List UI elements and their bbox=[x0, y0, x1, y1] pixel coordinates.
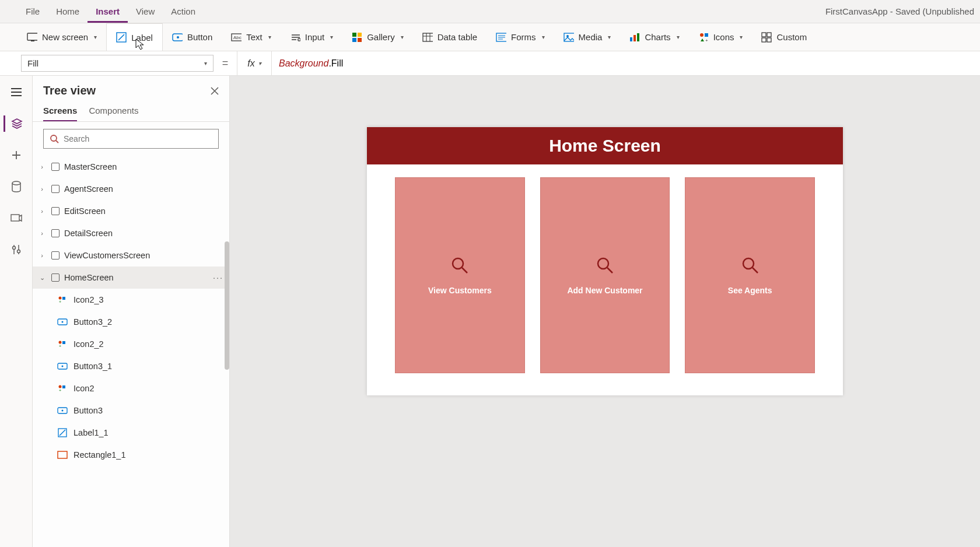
text-button[interactable]: Abc Text ▾ bbox=[222, 23, 281, 51]
text-icon: Abc bbox=[231, 32, 242, 43]
search-input[interactable] bbox=[64, 134, 212, 143]
icon-node-icon: + bbox=[57, 384, 68, 393]
scrollbar-thumb[interactable] bbox=[225, 241, 229, 370]
menu-insert[interactable]: Insert bbox=[88, 0, 128, 23]
tree-node-agentscreen[interactable]: ›AgentScreen bbox=[33, 178, 229, 200]
svg-rect-18 bbox=[637, 33, 639, 41]
tree-child-icon2_2[interactable]: +Icon2_2 bbox=[33, 333, 229, 355]
search-box[interactable] bbox=[43, 129, 219, 149]
tree-label: Label1_1 bbox=[74, 428, 108, 437]
svg-point-29 bbox=[17, 250, 20, 253]
icons-button[interactable]: + Icons ▾ bbox=[689, 23, 752, 51]
close-panel-button[interactable] bbox=[211, 87, 219, 95]
svg-rect-0 bbox=[27, 33, 37, 40]
tree-child-icon2_3[interactable]: +Icon2_3 bbox=[33, 289, 229, 311]
tree-label: Rectangle1_1 bbox=[74, 450, 126, 460]
property-selector[interactable]: Fill ▾ bbox=[21, 55, 214, 72]
new-screen-label: New screen bbox=[42, 32, 88, 42]
svg-rect-20 bbox=[705, 33, 708, 37]
svg-text:+: + bbox=[59, 300, 61, 304]
chevron-right-icon: › bbox=[37, 163, 47, 170]
gallery-label: Gallery bbox=[367, 32, 395, 42]
gallery-button[interactable]: Gallery ▾ bbox=[342, 23, 413, 51]
screen-icon bbox=[51, 185, 60, 193]
svg-point-49 bbox=[598, 258, 608, 269]
menu-action[interactable]: Action bbox=[163, 0, 204, 23]
tree-node-editscreen[interactable]: ›EditScreen bbox=[33, 200, 229, 222]
svg-text:+: + bbox=[705, 38, 708, 43]
card-add-customer[interactable]: Add New Customer bbox=[540, 177, 670, 373]
screen-icon bbox=[51, 163, 60, 171]
data-button[interactable] bbox=[5, 178, 28, 195]
tree-view-button[interactable] bbox=[4, 115, 27, 132]
tab-screens[interactable]: Screens bbox=[43, 106, 77, 121]
chevron-down-icon: ⌄ bbox=[37, 274, 47, 282]
data-table-button[interactable]: Data table bbox=[413, 23, 487, 51]
tree-child-rectangle1_1[interactable]: Rectangle1_1 bbox=[33, 444, 229, 466]
media-rail-button[interactable] bbox=[5, 210, 28, 226]
advanced-button[interactable] bbox=[5, 241, 28, 258]
svg-rect-25 bbox=[767, 38, 771, 42]
card-view-customers[interactable]: View Customers bbox=[395, 177, 525, 373]
hamburger-button[interactable] bbox=[5, 84, 28, 100]
custom-icon bbox=[761, 32, 772, 43]
canvas-area[interactable]: Home Screen View Customers Add New Custo… bbox=[230, 76, 980, 547]
tree-child-button3_1[interactable]: Button3_1 bbox=[33, 355, 229, 377]
media-icon bbox=[564, 32, 574, 43]
layers-icon bbox=[11, 118, 23, 129]
label-button[interactable]: Label bbox=[106, 23, 163, 51]
button-label: Button bbox=[187, 32, 212, 42]
card-label: Add New Customer bbox=[567, 286, 642, 295]
label-label: Label bbox=[131, 33, 153, 43]
svg-rect-11 bbox=[358, 38, 362, 42]
charts-button[interactable]: Charts ▾ bbox=[620, 23, 688, 51]
database-icon bbox=[11, 181, 22, 192]
menu-home[interactable]: Home bbox=[48, 0, 88, 23]
tree-label: EditScreen bbox=[64, 206, 106, 216]
tree-node-homescreen[interactable]: ⌄HomeScreen··· bbox=[33, 267, 229, 289]
svg-rect-12 bbox=[423, 33, 433, 41]
chevron-down-icon: ▾ bbox=[330, 34, 333, 40]
app-canvas[interactable]: Home Screen View Customers Add New Custo… bbox=[367, 127, 843, 395]
ribbon: New screen ▾ Label Button Abc Text ▾ Inp… bbox=[0, 23, 980, 51]
fx-button[interactable]: fx▾ bbox=[237, 51, 272, 75]
button-button[interactable]: Button bbox=[163, 23, 222, 51]
card-see-agents[interactable]: See Agents bbox=[685, 177, 815, 373]
svg-point-7 bbox=[298, 38, 300, 40]
svg-rect-24 bbox=[762, 38, 766, 42]
svg-point-4 bbox=[177, 36, 179, 38]
formula-input[interactable]: Background.Fill bbox=[272, 51, 980, 75]
tree-child-label1_1[interactable]: Label1_1 bbox=[33, 422, 229, 444]
tree-node-viewcustomersscreen[interactable]: ›ViewCustomersScreen bbox=[33, 244, 229, 267]
button-icon bbox=[172, 32, 183, 43]
close-icon bbox=[211, 87, 219, 95]
menu-view[interactable]: View bbox=[128, 0, 163, 23]
input-button[interactable]: Input ▾ bbox=[281, 23, 342, 51]
tree-child-icon2[interactable]: +Icon2 bbox=[33, 377, 229, 399]
formula-token: .Fill bbox=[328, 58, 343, 69]
tree-node-masterscreen[interactable]: ›MasterScreen bbox=[33, 156, 229, 178]
more-button[interactable]: ··· bbox=[213, 273, 223, 282]
tree-child-button3_2[interactable]: Button3_2 bbox=[33, 311, 229, 333]
icons-icon: + bbox=[698, 32, 709, 43]
forms-button[interactable]: Forms ▾ bbox=[487, 23, 554, 51]
forms-icon bbox=[496, 32, 506, 43]
tree-child-button3[interactable]: Button3 bbox=[33, 399, 229, 422]
svg-point-41 bbox=[59, 385, 62, 388]
svg-rect-37 bbox=[62, 341, 65, 344]
chevron-down-icon: ▾ bbox=[268, 34, 271, 40]
canvas-header[interactable]: Home Screen bbox=[367, 127, 843, 164]
formula-bar: Fill ▾ = fx▾ Background.Fill bbox=[0, 51, 980, 76]
charts-label: Charts bbox=[645, 32, 670, 42]
tree-label: HomeScreen bbox=[64, 273, 114, 282]
custom-button[interactable]: Custom bbox=[752, 23, 816, 51]
card-label: View Customers bbox=[428, 286, 492, 295]
media-button[interactable]: Media ▾ bbox=[554, 23, 621, 51]
new-screen-button[interactable]: New screen ▾ bbox=[18, 23, 106, 51]
tree-label: Icon2_2 bbox=[74, 339, 104, 349]
screen-icon bbox=[51, 251, 60, 260]
tab-components[interactable]: Components bbox=[89, 106, 138, 121]
menu-file[interactable]: File bbox=[18, 0, 48, 23]
insert-button[interactable] bbox=[5, 147, 28, 163]
tree-node-detailscreen[interactable]: ›DetailScreen bbox=[33, 222, 229, 244]
